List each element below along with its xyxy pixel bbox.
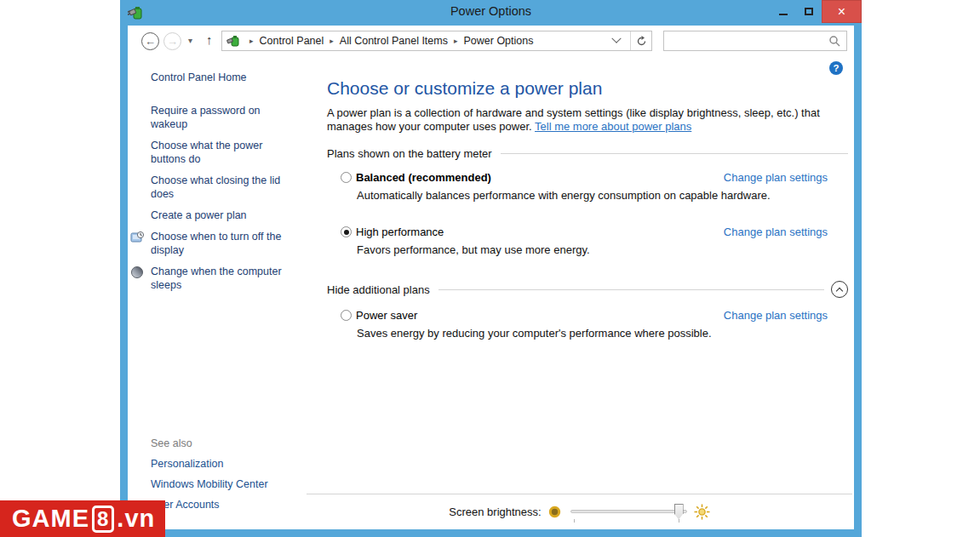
- sidebar-item-mobility-center[interactable]: Windows Mobility Center: [151, 478, 268, 491]
- radio-high-performance[interactable]: [341, 226, 352, 237]
- change-plan-settings-balanced-link[interactable]: Change plan settings: [724, 171, 828, 184]
- window-title: Power Options: [120, 4, 862, 18]
- brightness-bar: Screen brightness:: [307, 494, 852, 529]
- section-label: Hide additional plans: [327, 283, 430, 296]
- bright-brightness-icon: [694, 504, 710, 520]
- watermark-eight: 8: [92, 506, 114, 533]
- sidebar-item-create-plan[interactable]: Create a power plan: [151, 209, 294, 222]
- plan-description: Saves energy by reducing your computer's…: [357, 327, 848, 340]
- plan-row-high-performance: High performance Change plan settings Fa…: [327, 226, 848, 256]
- window-controls: ×: [771, 0, 862, 23]
- dim-brightness-icon: [548, 506, 561, 518]
- back-button[interactable]: ←: [141, 32, 159, 50]
- breadcrumb-separator-icon: ▸: [448, 37, 464, 45]
- watermark-suffix: .vn: [117, 505, 155, 533]
- main-content: Choose or customize a power plan A power…: [327, 56, 848, 340]
- titlebar[interactable]: Power Options ×: [120, 0, 862, 26]
- desktop: Power Options × ← → ▾ ↑ ▸ Control Panel: [0, 0, 980, 537]
- breadcrumb-control-panel[interactable]: Control Panel: [260, 35, 324, 47]
- plan-name: Balanced (recommended): [356, 171, 491, 184]
- back-icon: ←: [145, 35, 156, 48]
- refresh-button[interactable]: [630, 31, 651, 50]
- close-icon: ×: [838, 4, 845, 20]
- brightness-label: Screen brightness:: [449, 506, 541, 518]
- section-divider: [438, 289, 824, 290]
- section-header-hide-additional: Hide additional plans: [327, 281, 848, 298]
- sleep-sphere-icon: [130, 266, 144, 279]
- slider-thumb[interactable]: [674, 504, 684, 520]
- navigation-bar: ← → ▾ ↑ ▸ Control Panel ▸ All Control Pa…: [128, 26, 854, 56]
- game8-watermark: GAME 8 .vn: [0, 500, 165, 537]
- see-also-section: See also Personalization Windows Mobilit…: [151, 437, 268, 519]
- breadcrumb-separator-icon: ▸: [324, 37, 340, 45]
- forward-icon: →: [167, 35, 178, 48]
- page-title: Choose or customize a power plan: [327, 78, 848, 99]
- collapse-plans-button[interactable]: [831, 281, 848, 298]
- minimize-button[interactable]: [771, 0, 796, 23]
- address-dropdown-icon[interactable]: [611, 34, 621, 43]
- sidebar-item-computer-sleeps[interactable]: Change when the computer sleeps: [151, 265, 294, 292]
- plan-description: Automatically balances performance with …: [357, 189, 848, 202]
- radio-power-saver[interactable]: [341, 310, 352, 321]
- address-power-icon: [226, 34, 240, 48]
- refresh-icon: [636, 36, 647, 47]
- search-input[interactable]: [664, 32, 828, 49]
- minimize-icon: [779, 14, 788, 15]
- sidebar-item-turn-off-display[interactable]: Choose when to turn off the display: [151, 230, 294, 257]
- plan-name: High performance: [356, 226, 444, 238]
- sidebar-item-password-wakeup[interactable]: Require a password on wakeup: [151, 104, 294, 131]
- watermark-prefix: GAME: [12, 505, 89, 533]
- plan-row-power-saver: Power saver Change plan settings Saves e…: [327, 309, 848, 340]
- sidebar-item-label: Change when the computer sleeps: [151, 266, 282, 291]
- brightness-slider[interactable]: [570, 502, 687, 523]
- sidebar: Control Panel Home Require a password on…: [151, 71, 304, 300]
- slider-tick: [574, 519, 575, 523]
- plan-row-balanced: Balanced (recommended) Change plan setti…: [327, 171, 848, 202]
- slider-track[interactable]: [570, 510, 687, 513]
- chevron-up-icon: [836, 288, 843, 294]
- recent-pages-dropdown[interactable]: ▾: [188, 36, 192, 45]
- sidebar-item-control-panel-home[interactable]: Control Panel Home: [151, 71, 304, 83]
- plan-name: Power saver: [356, 309, 417, 322]
- search-box: [663, 31, 847, 51]
- window-body: ? Control Panel Home Require a password …: [128, 56, 854, 529]
- close-button[interactable]: ×: [822, 0, 862, 23]
- change-plan-settings-high-performance-link[interactable]: Change plan settings: [724, 226, 828, 238]
- sidebar-item-user-accounts[interactable]: User Accounts: [151, 499, 268, 511]
- breadcrumb-separator-icon: ▸: [244, 37, 260, 45]
- plan-description: Favors performance, but may use more ene…: [357, 243, 848, 256]
- radio-balanced[interactable]: [341, 172, 352, 183]
- maximize-button[interactable]: [796, 0, 822, 23]
- see-also-header: See also: [151, 437, 268, 449]
- section-header-battery-meter: Plans shown on the battery meter: [327, 147, 848, 160]
- page-description: A power plan is a collection of hardware…: [327, 106, 824, 133]
- sidebar-item-closing-lid[interactable]: Choose what closing the lid does: [151, 174, 294, 201]
- search-icon[interactable]: [828, 35, 840, 47]
- display-clock-icon: [130, 231, 144, 244]
- sidebar-item-label: Choose when to turn off the display: [151, 231, 281, 256]
- address-bar[interactable]: ▸ Control Panel ▸ All Control Panel Item…: [221, 31, 652, 51]
- more-about-power-plans-link[interactable]: Tell me more about power plans: [535, 120, 691, 133]
- forward-button[interactable]: →: [163, 32, 181, 50]
- up-button[interactable]: ↑: [206, 32, 213, 47]
- sidebar-item-personalization[interactable]: Personalization: [151, 458, 268, 471]
- maximize-icon: [805, 8, 813, 15]
- section-divider: [501, 153, 848, 154]
- power-options-window: Power Options × ← → ▾ ↑ ▸ Control Panel: [120, 0, 862, 537]
- sidebar-item-power-buttons[interactable]: Choose what the power buttons do: [151, 139, 294, 166]
- change-plan-settings-power-saver-link[interactable]: Change plan settings: [724, 309, 828, 322]
- breadcrumb-power-options[interactable]: Power Options: [463, 35, 533, 47]
- breadcrumb-all-items[interactable]: All Control Panel Items: [340, 35, 448, 47]
- section-label: Plans shown on the battery meter: [327, 147, 492, 160]
